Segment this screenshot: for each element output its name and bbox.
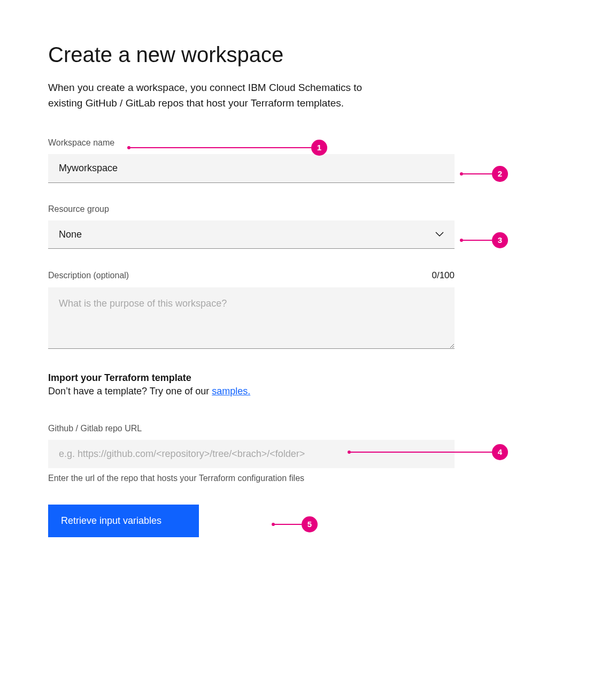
annotation-5: 5 [272,516,318,532]
description-field: Description (optional) 0/100 [48,270,455,351]
page-title: Create a new workspace [48,43,455,67]
form-container: Create a new workspace When you create a… [48,43,455,537]
resource-group-select[interactable]: None [48,220,455,249]
import-sub-prefix: Don’t have a template? Try one of our [48,386,212,396]
import-subtext: Don’t have a template? Try one of our sa… [48,386,455,397]
import-heading: Import your Terraform template [48,372,455,384]
workspace-name-input[interactable] [48,154,455,183]
repo-url-label: Github / Gitlab repo URL [48,424,455,433]
repo-url-field: Github / Gitlab repo URL Enter the url o… [48,424,455,483]
retrieve-button[interactable]: Retrieve input variables [48,505,199,537]
samples-link[interactable]: samples. [212,386,250,396]
page-intro: When you create a workspace, you connect… [48,80,369,111]
description-counter: 0/100 [432,270,455,281]
annotation-2: 2 [460,166,508,182]
resource-group-field: Resource group None 3 [48,204,455,249]
workspace-name-field: Workspace name 1 2 [48,138,455,183]
repo-url-helper: Enter the url of the repo that hosts you… [48,474,455,483]
workspace-name-label: Workspace name [48,138,455,148]
button-row: Retrieve input variables 5 [48,489,455,537]
description-label: Description (optional) [48,271,129,280]
resource-group-select-wrap: None [48,220,455,249]
repo-url-input[interactable] [48,440,455,468]
resource-group-label: Resource group [48,204,455,214]
description-textarea[interactable] [48,287,455,349]
annotation-3: 3 [460,232,508,248]
